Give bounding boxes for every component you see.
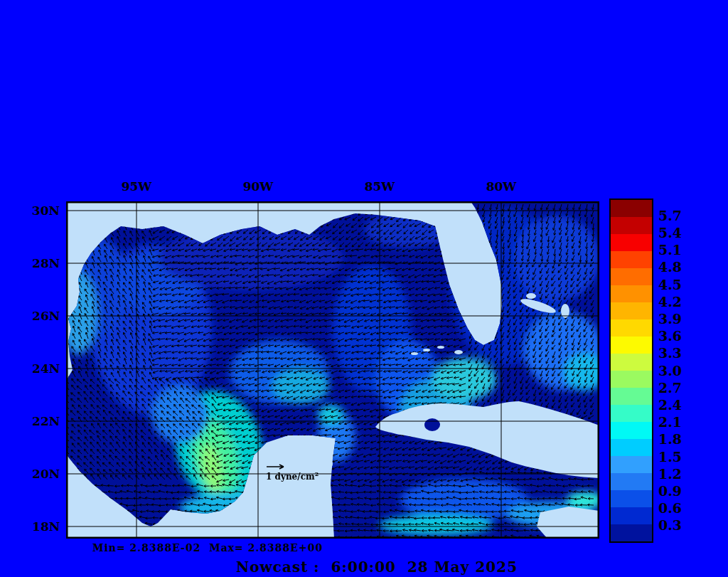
campeche-island — [326, 460, 333, 468]
plot-page: 95W90W85W80W 30N28N26N24N22N20N18N 5.75.… — [0, 0, 728, 577]
cuba-lagoon — [424, 418, 440, 431]
colorbar-tick-label: 5.4 — [658, 226, 701, 240]
colorbar-segment — [611, 422, 652, 439]
colorbar-segment — [611, 490, 652, 507]
y-axis-tick-label: 20N — [26, 467, 60, 481]
colorbar-tick-label: 0.6 — [658, 501, 701, 516]
florida-keys — [437, 346, 444, 349]
colorbar-tick-label: 3.3 — [658, 346, 701, 361]
colorbar-tick-label: 2.4 — [658, 398, 701, 413]
colorbar-segment — [611, 251, 652, 268]
bahamas-island-2 — [526, 293, 536, 299]
colorbar-segment — [611, 388, 652, 405]
reference-vector-text: 1 dyne/cm — [266, 472, 315, 482]
y-axis-tick-label: 22N — [26, 414, 60, 428]
x-axis-tick-label: 80W — [480, 179, 523, 194]
x-axis-tick-label: 85W — [358, 179, 401, 194]
map-figure — [66, 201, 599, 539]
colorbar-segment — [611, 200, 652, 217]
x-axis-tick-label: 95W — [115, 179, 158, 194]
colorbar-segment — [611, 354, 652, 371]
colorbar-segment — [611, 234, 652, 251]
colorbar-tick-label: 3.0 — [658, 364, 701, 379]
colorbar-tick-label: 2.1 — [658, 415, 701, 430]
colorbar-segment — [611, 302, 652, 319]
colorbar-tick-label: 0.3 — [658, 518, 701, 533]
colorbar-tick-label: 4.8 — [658, 260, 701, 275]
colorbar-segment — [611, 507, 652, 524]
colorbar-tick-label: 4.5 — [658, 277, 701, 292]
hispaniola-landmass — [537, 507, 599, 539]
colorbar-tick-label: 3.9 — [658, 312, 701, 327]
colorbar-tick-label: 1.5 — [658, 450, 701, 465]
florida-keys-3 — [411, 352, 418, 355]
colorbar-tick-label: 5.7 — [658, 208, 701, 223]
reference-vector-label: 1 dyne/cm2 — [266, 470, 318, 482]
colorbar-segment — [611, 217, 652, 234]
y-axis-tick-label: 26N — [26, 309, 60, 323]
colorbar — [609, 198, 653, 543]
colorbar-segment — [611, 456, 652, 473]
x-axis-tick-label: 90W — [237, 179, 279, 194]
colorbar-tick-label: 1.2 — [658, 467, 701, 482]
colorbar-segment — [611, 524, 652, 541]
colorbar-tick-label: 1.8 — [658, 432, 701, 447]
colorbar-segment — [611, 337, 652, 354]
colorbar-tick-label: 0.9 — [658, 484, 701, 499]
colorbar-segment — [611, 371, 652, 388]
colorbar-segment — [611, 439, 652, 456]
y-axis-tick-label: 24N — [26, 361, 60, 376]
y-axis-tick-label: 18N — [26, 519, 60, 534]
colorbar-segment — [611, 405, 652, 422]
dry-tortugas-island — [454, 350, 463, 354]
colorbar-segment — [611, 473, 652, 490]
timestamp-title: Nowcast : 6:00:00 28 May 2025 — [0, 559, 728, 576]
colorbar-segment — [611, 285, 652, 302]
colorbar-tick-label: 4.2 — [658, 295, 701, 309]
colorbar-segment — [611, 319, 652, 337]
colorbar-tick-label: 5.1 — [658, 243, 701, 258]
colorbar-segment — [611, 268, 652, 285]
minmax-readout: Min= 2.8388E-02 Max= 2.8388E+00 — [92, 542, 323, 554]
colorbar-tick-label: 2.7 — [658, 381, 701, 396]
gulf-of-mexico-map — [66, 201, 599, 539]
reference-vector-exponent: 2 — [315, 470, 319, 477]
y-axis-tick-label: 28N — [26, 256, 60, 270]
colorbar-tick-label: 3.6 — [658, 329, 701, 344]
florida-keys-2 — [423, 349, 430, 351]
y-axis-tick-label: 30N — [26, 203, 60, 218]
